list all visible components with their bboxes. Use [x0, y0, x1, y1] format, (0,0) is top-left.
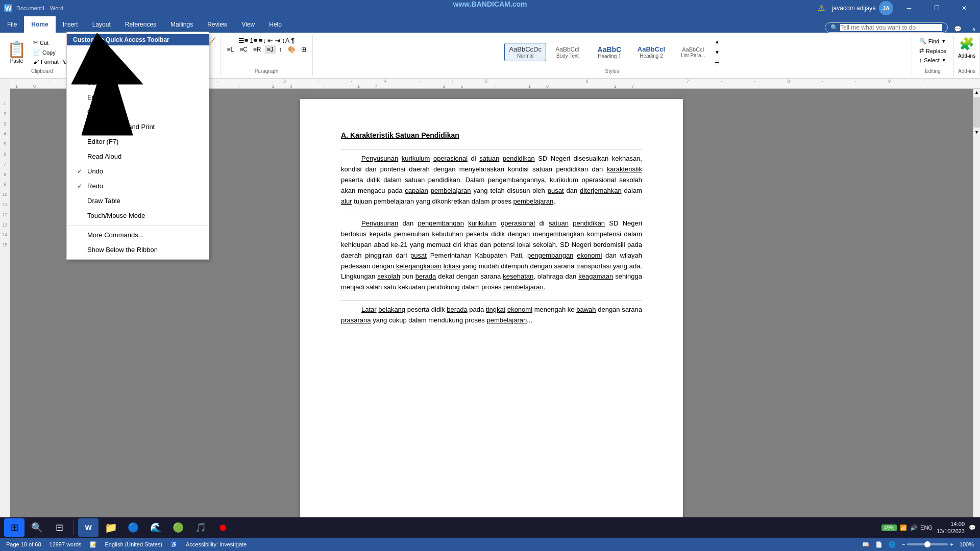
- scroll-thumb[interactable]: [973, 97, 980, 128]
- style-heading2[interactable]: AaBbCcI Heading 2: [631, 43, 672, 61]
- para2-word22: pembelajaran: [503, 283, 544, 291]
- align-left-button[interactable]: ≡L: [225, 45, 236, 54]
- menu-item-email[interactable]: Email: [67, 90, 209, 105]
- menu-item-print-preview[interactable]: Print Preview and Print: [67, 119, 209, 134]
- para2-word7: berfokus: [341, 230, 366, 238]
- zoom-out-button[interactable]: −: [902, 541, 905, 547]
- explorer-taskbar-btn[interactable]: 📁: [101, 518, 121, 537]
- tab-file[interactable]: File: [0, 16, 24, 33]
- record-taskbar-btn[interactable]: ⏺: [213, 518, 233, 537]
- tell-me-box[interactable]: 🔍: [825, 22, 948, 33]
- justify-button[interactable]: ≡J: [265, 45, 276, 54]
- zoom-level[interactable]: 100%: [960, 541, 974, 547]
- start-button[interactable]: ⊞: [4, 518, 24, 537]
- numbering-button[interactable]: 1≡: [250, 37, 257, 44]
- decrease-indent-button[interactable]: ⇤: [267, 37, 273, 44]
- line-spacing-button[interactable]: ↕: [277, 45, 284, 54]
- select-dropdown-icon[interactable]: ▼: [942, 58, 946, 63]
- tab-view[interactable]: View: [234, 16, 262, 33]
- show-marks-button[interactable]: ¶: [291, 37, 295, 44]
- replace-button[interactable]: ⇄ Replace: [916, 46, 949, 55]
- paragraph-label: Paragraph: [255, 67, 279, 74]
- menu-item-quick-print[interactable]: Quick Print: [67, 105, 209, 119]
- find-dropdown-icon[interactable]: ▼: [941, 39, 946, 44]
- search-button[interactable]: 🔍: [27, 518, 47, 537]
- sort-button[interactable]: ↕A: [282, 37, 289, 44]
- tab-references[interactable]: References: [118, 16, 163, 33]
- style-list-para[interactable]: AaBbCcI List Para...: [673, 44, 714, 61]
- tab-help[interactable]: Help: [262, 16, 289, 33]
- style-normal-preview: AaBbCcDc: [509, 45, 542, 53]
- titlebar-left: W Document1 - Word: [4, 4, 63, 12]
- tab-mailings[interactable]: Mailings: [163, 16, 200, 33]
- menu-item-save[interactable]: ✓Save: [67, 75, 209, 90]
- scroll-up-button[interactable]: ▲: [973, 89, 980, 96]
- clock: 14:00 13/10/2023: [937, 520, 965, 535]
- addins-icon[interactable]: 🧩: [959, 37, 974, 51]
- zoom-slider[interactable]: [907, 543, 948, 545]
- styles-down-icon[interactable]: ▼: [715, 49, 720, 55]
- menu-item-draw-table[interactable]: Draw Table: [67, 193, 209, 208]
- style-normal[interactable]: AaBbCcDc Normal: [504, 43, 546, 61]
- menu-item-open[interactable]: Open: [67, 60, 209, 75]
- align-center-button[interactable]: ≡C: [237, 45, 250, 54]
- word-taskbar-btn[interactable]: W: [78, 518, 99, 537]
- ribbon-collapse[interactable]: ∧: [968, 26, 980, 33]
- language-tray[interactable]: ENG: [920, 524, 933, 531]
- accessibility-icon[interactable]: ♿: [170, 541, 178, 548]
- select-button[interactable]: ↕ Select ▼: [916, 56, 949, 64]
- tab-insert[interactable]: Insert: [56, 16, 85, 33]
- increase-indent-button[interactable]: ⇥: [275, 37, 280, 44]
- track-changes-icon[interactable]: 📝: [90, 541, 97, 548]
- menu-item-undo[interactable]: ✓Undo: [67, 164, 209, 179]
- chrome2-taskbar-btn[interactable]: 🟢: [168, 518, 188, 537]
- vertical-scrollbar[interactable]: ▲ ▼: [973, 89, 980, 517]
- editing-group: 🔍 Find ▼ ⇄ Replace ↕ Select ▼ Editing: [912, 35, 954, 76]
- align-right-button[interactable]: ≡R: [251, 45, 263, 54]
- menu-item-new[interactable]: New: [67, 45, 209, 60]
- menu-item-touch-mouse[interactable]: Touch/Mouse Mode: [67, 208, 209, 223]
- paste-button[interactable]: 📋 Paste: [4, 38, 29, 66]
- tab-review[interactable]: Review: [200, 16, 234, 33]
- styles-scroll[interactable]: ▲ ▼ ☰: [715, 37, 720, 67]
- language-label[interactable]: English (United States): [105, 541, 163, 547]
- editing-label: Editing: [925, 67, 941, 74]
- menu-item-editor[interactable]: Editor (F7): [67, 134, 209, 149]
- tab-layout[interactable]: Layout: [85, 16, 118, 33]
- menu-item-more-commands[interactable]: More Commands...: [67, 228, 209, 242]
- zoom-in-button[interactable]: +: [950, 541, 953, 547]
- borders-button[interactable]: ⊞: [299, 45, 308, 54]
- web-layout-button[interactable]: 🌐: [889, 541, 896, 548]
- zoom-control: − +: [902, 541, 953, 547]
- tell-me-input[interactable]: [840, 24, 942, 31]
- close-button[interactable]: ✕: [952, 0, 976, 16]
- minimize-button[interactable]: ─: [897, 0, 921, 16]
- tab-home[interactable]: Home: [24, 16, 55, 33]
- menu-item-show-below[interactable]: Show Below the Ribbon: [67, 242, 209, 257]
- find-icon: 🔍: [919, 38, 926, 44]
- shading-button[interactable]: 🎨: [286, 45, 298, 54]
- read-mode-button[interactable]: 📖: [862, 541, 869, 548]
- comments-icon[interactable]: 💬: [948, 26, 968, 33]
- styles-expand-icon[interactable]: ☰: [715, 60, 720, 65]
- addins-group: 🧩 Add-ins Add-ins: [954, 35, 980, 76]
- task-view-button[interactable]: ⊟: [49, 518, 69, 537]
- user-avatar[interactable]: JA: [879, 1, 893, 15]
- style-h1-preview: AaBbC: [598, 45, 622, 54]
- chrome-taskbar-btn[interactable]: 🔵: [123, 518, 143, 537]
- edge-taskbar-btn[interactable]: 🌊: [145, 518, 166, 537]
- styles-up-icon[interactable]: ▲: [715, 39, 720, 44]
- print-layout-button[interactable]: 📄: [875, 541, 883, 548]
- find-button[interactable]: 🔍 Find ▼: [916, 37, 949, 45]
- menu-item-redo[interactable]: ✓Redo: [67, 179, 209, 193]
- menu-item-read-aloud[interactable]: Read Aloud: [67, 149, 209, 164]
- bullets-button[interactable]: ☰≡: [238, 37, 249, 44]
- notification-icon[interactable]: 💬: [969, 524, 976, 531]
- style-heading1[interactable]: AaBbC Heading 1: [589, 43, 630, 62]
- style-body-text[interactable]: AaBbCcI Body Text: [547, 43, 588, 61]
- style-list-preview: AaBbCcI: [682, 46, 704, 53]
- restore-button[interactable]: ❐: [925, 0, 948, 16]
- multilevel-button[interactable]: ≡↓: [259, 37, 266, 44]
- spotify-taskbar-btn[interactable]: 🎵: [190, 518, 211, 537]
- scroll-down-button[interactable]: ▼: [973, 129, 980, 136]
